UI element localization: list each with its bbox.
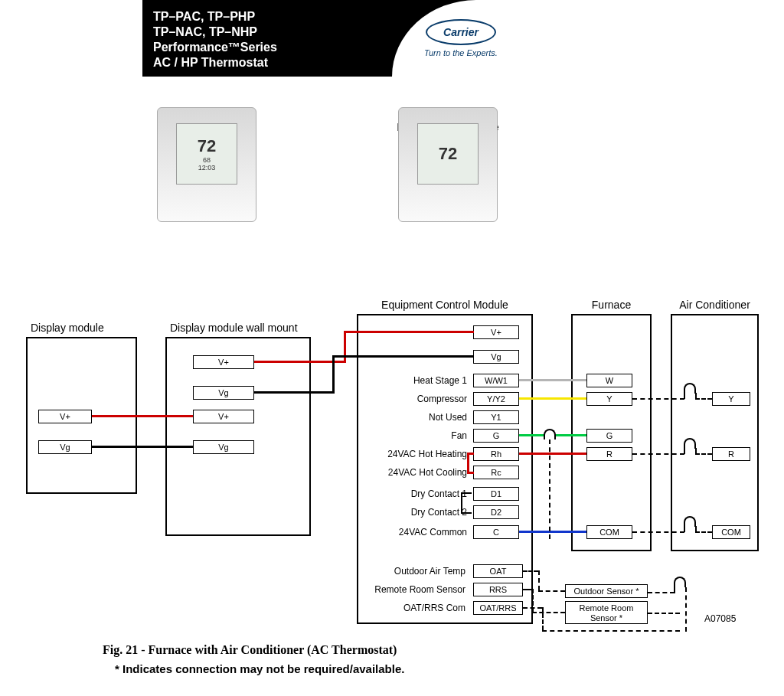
furnace-term-com: COM [586,525,632,539]
dash-sens-v1 [674,587,675,593]
figure-code: A07085 [704,613,736,624]
dash-oatcom-b [542,607,544,630]
dm-term-vplus: V+ [38,410,92,423]
ac-node-y [684,383,696,394]
ecm-sensor-label-0: Outdoor Air Temp [352,564,466,578]
ecm-sensor-term-1: RRS [473,583,523,596]
ac-box: Air Conditioner [671,314,759,551]
dash-y2 [684,393,685,399]
wire-vg-a [254,391,335,394]
dash-r1 [632,453,684,455]
wire-vplus-b [344,331,346,363]
wire-rh-rc-jumper-bot [467,472,474,474]
wire-vg-b [332,355,335,394]
wm-term-vg-bot: Vg [193,440,254,454]
carrier-logo: Carrier [426,19,496,45]
ecm-term-6: D1 [473,487,519,501]
display-temp-right: 72 [439,144,457,164]
product-left: 72 68 12:03 A07049 Programmable Control [157,107,256,145]
furnace-term-y: Y [586,392,632,406]
figure-caption: Fig. 21 - Furnace with Air Conditioner (… [103,643,397,657]
dash-oatcom-c [542,630,680,632]
ecm-label-0: Heat Stage 1 [360,374,467,387]
ecm-sensor-term-0: OAT [473,564,523,578]
figure-note: * Indicates connection may not be requir… [115,662,404,675]
wire-c [519,531,586,533]
ecm-label-8: 24VAC Common [360,525,467,539]
harness-node [544,429,556,439]
ecm-title: Equipment Control Module [381,299,508,311]
wire-r [519,453,586,455]
dash-c4 [695,531,712,533]
ecm-term-8: C [473,525,519,539]
product-right: 72 A07048 Non–Programmable Control [398,107,513,145]
furnace-term-w: W [586,374,632,387]
ac-term-r: R [712,447,750,461]
ecm-label-5: 24VAC Hot Cooling [360,466,467,479]
ecm-label-6: Dry Contact 1 [360,487,467,501]
dash-rrs-c [532,612,565,613]
wire-dm-vplus [92,415,193,417]
ecm-label-7: Dry Contact 2 [360,505,467,519]
dash-r2 [684,448,685,454]
ac-term-com: COM [712,525,750,539]
dash-y1 [632,398,684,400]
display-module-title: Display module [31,322,104,334]
ecm-sensor-label-2: OAT/RRS Com [352,601,466,615]
dm-term-vg: Vg [38,440,92,454]
dash-r4 [695,453,712,455]
ecm-term-3: G [473,429,519,443]
ecm-sensor-label-1: Remote Room Sensor [352,583,466,596]
thermostat-screen-right: 72 [417,123,479,185]
dash-oat-c [538,590,565,592]
wire-vg-c [332,355,474,358]
wall-mount-title: Display module wall mount [170,322,298,334]
dry-contact-jumper [461,492,472,514]
outdoor-sensor-box: Outdoor Sensor * [565,584,648,598]
dash-y4 [695,398,712,400]
dash-oat-b [538,570,540,590]
ac-term-y: Y [712,392,750,406]
brand-tagline: Turn to the Experts. [424,48,498,57]
wm-term-vg-top: Vg [193,386,254,400]
harness-dash [549,439,550,539]
dash-c2 [684,526,685,532]
wiring-diagram: Display module V+ Vg Display module wall… [0,295,784,693]
dash-oatcom-a [523,607,542,609]
wm-term-vplus-bot: V+ [193,410,254,423]
ecm-term-7: D2 [473,505,519,519]
thermostat-screen-left: 72 68 12:03 [176,123,237,185]
ecm-term-1: Y/Y2 [473,392,519,406]
thermostat-image-right: 72 [398,107,498,222]
ecm-label-1: Compressor [360,392,467,406]
furnace-title: Furnace [592,299,631,311]
ecm-sensor-term-2: OAT/RRS [473,601,523,615]
dash-sens-v2 [685,587,687,632]
wire-y [519,397,586,400]
dash-sens-h1 [648,592,675,593]
ecm-term-4: Rh [473,447,519,461]
ecm-label-2: Not Used [360,410,467,424]
display-temp: 72 [198,136,216,156]
ecm-term-5: Rc [473,466,519,479]
dash-rrs-a [523,589,532,590]
thermostat-image-left: 72 68 12:03 [157,107,256,222]
ecm-term-vplus: V+ [473,325,519,339]
wire-rh-rc-jumper-top [467,453,474,455]
ecm-term-2: Y1 [473,410,519,424]
display-subtemp: 68 [203,156,211,164]
dash-c1 [632,531,684,533]
ecm-term-0: W/W1 [473,374,519,387]
wm-term-vplus-top: V+ [193,355,254,369]
dash-oat-a [523,570,538,572]
ac-node-r [684,438,696,449]
wire-rh-rc-jumper-v [467,453,469,474]
wire-vplus-c [344,331,474,333]
sensor-harness-node [674,577,686,587]
ac-node-com [684,516,696,527]
wire-w [519,379,586,381]
ecm-label-4: 24VAC Hot Heating [360,447,467,461]
dash-sens-h2 [648,613,680,614]
ac-title: Air Conditioner [679,299,750,311]
ecm-term-vg: Vg [473,350,519,364]
